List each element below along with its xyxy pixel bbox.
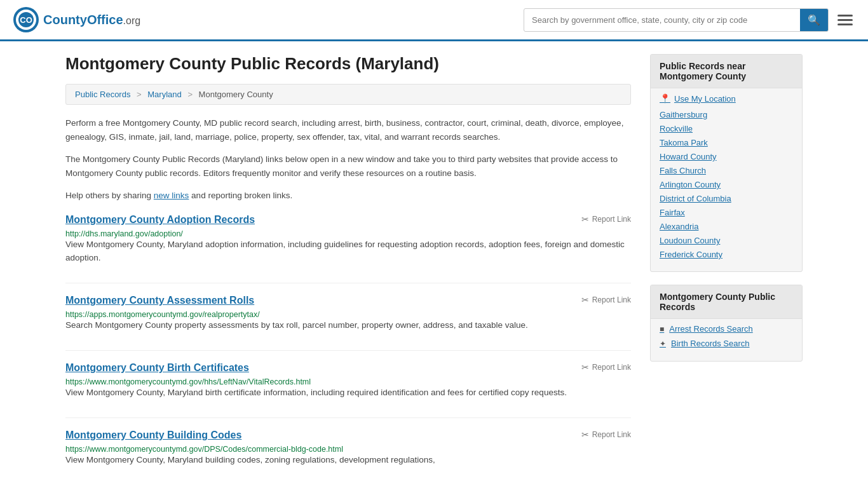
logo-text: CountyOffice.org [43, 13, 140, 27]
sidebar-record-link-1[interactable]: ✦Birth Records Search [660, 339, 793, 348]
records-section-header: Montgomery County Public Records [651, 285, 802, 319]
nearby-link-0[interactable]: Gaithersburg [660, 110, 793, 119]
sidebar-record-links: ■Arrest Records Search✦Birth Records Sea… [660, 324, 793, 348]
record-url-birth[interactable]: https://www.montgomerycountymd.gov/hhs/L… [65, 377, 311, 386]
report-link-icon-adoption: ✂ [581, 214, 589, 224]
description-2: The Montgomery County Public Records (Ma… [65, 152, 631, 180]
record-url-assessment[interactable]: https://apps.montgomerycountymd.gov/real… [65, 310, 260, 319]
report-link-label-assessment: Report Link [592, 295, 631, 304]
record-entry-building: Montgomery County Building Codes ✂ Repor… [65, 417, 631, 467]
report-link-birth[interactable]: ✂ Report Link [581, 362, 631, 372]
report-link-label-birth: Report Link [592, 363, 631, 372]
record-header-birth: Montgomery County Birth Certificates ✂ R… [65, 362, 631, 374]
record-desc-adoption: View Montgomery County, Maryland adoptio… [65, 238, 631, 265]
nearby-link-5[interactable]: Arlington County [660, 180, 793, 189]
breadcrumb-sep-1: > [137, 90, 142, 99]
description-3: Help others by sharing new links and rep… [65, 189, 631, 203]
report-link-adoption[interactable]: ✂ Report Link [581, 214, 631, 224]
record-title-assessment[interactable]: Montgomery County Assessment Rolls [65, 295, 254, 306]
nearby-link-7[interactable]: Fairfax [660, 208, 793, 217]
record-url-adoption[interactable]: http://dhs.maryland.gov/adoption/ [65, 229, 183, 238]
nearby-link-3[interactable]: Howard County [660, 152, 793, 161]
nearby-link-2[interactable]: Takoma Park [660, 138, 793, 147]
record-desc-assessment: Search Montgomery County property assess… [65, 319, 631, 332]
nearby-link-6[interactable]: District of Columbia [660, 194, 793, 203]
main-container: Montgomery County Public Records (Maryla… [53, 41, 815, 488]
report-link-icon-birth: ✂ [581, 362, 589, 372]
record-entry-adoption: Montgomery County Adoption Records ✂ Rep… [65, 214, 631, 265]
new-links-link[interactable]: new links [154, 191, 189, 200]
use-location-label: Use My Location [674, 94, 736, 104]
record-title-building[interactable]: Montgomery County Building Codes [65, 430, 241, 441]
breadcrumb-sep-2: > [187, 90, 193, 99]
sidebar-record-label-1: Birth Records Search [671, 339, 750, 348]
record-title-adoption[interactable]: Montgomery County Adoption Records [65, 214, 255, 226]
search-bar: 🔍 [524, 8, 829, 32]
description-3-suffix: and reporting broken links. [189, 191, 292, 200]
site-header: CO CountyOffice.org 🔍 [0, 0, 868, 41]
sidebar-record-link-0[interactable]: ■Arrest Records Search [660, 324, 793, 334]
nearby-section-body: 📍 Use My Location GaithersburgRockvilleT… [651, 88, 802, 271]
report-link-building[interactable]: ✂ Report Link [581, 430, 631, 440]
record-entry-assessment: Montgomery County Assessment Rolls ✂ Rep… [65, 283, 631, 332]
record-entries-section: Montgomery County Adoption Records ✂ Rep… [65, 214, 631, 467]
menu-button[interactable] [835, 12, 855, 28]
nearby-link-10[interactable]: Frederick County [660, 250, 793, 259]
nearby-section-header: Public Records near Montgomery County [651, 55, 802, 88]
report-link-icon-assessment: ✂ [581, 295, 589, 305]
description-1: Perform a free Montgomery County, MD pub… [65, 116, 631, 144]
nearby-link-4[interactable]: Falls Church [660, 166, 793, 175]
record-header-building: Montgomery County Building Codes ✂ Repor… [65, 430, 631, 441]
nearby-links: GaithersburgRockvilleTakoma ParkHoward C… [660, 110, 793, 259]
menu-bar-2 [837, 19, 853, 21]
menu-bar-1 [837, 15, 853, 17]
records-section-body: ■Arrest Records Search✦Birth Records Sea… [651, 319, 802, 361]
logo-icon: CO [13, 6, 39, 33]
page-title: Montgomery County Public Records (Maryla… [65, 54, 631, 74]
record-desc-building: View Montgomery County, Maryland buildin… [65, 454, 631, 467]
nearby-link-8[interactable]: Alexandria [660, 222, 793, 231]
report-link-label-adoption: Report Link [592, 215, 631, 224]
breadcrumb-current: Montgomery County [199, 90, 273, 99]
records-section: Montgomery County Public Records ■Arrest… [650, 285, 803, 362]
record-header-assessment: Montgomery County Assessment Rolls ✂ Rep… [65, 295, 631, 306]
sidebar-record-icon-0: ■ [660, 325, 664, 334]
report-link-label-building: Report Link [592, 430, 631, 439]
content-area: Montgomery County Public Records (Maryla… [65, 54, 631, 485]
sidebar: Public Records near Montgomery County 📍 … [650, 54, 803, 485]
nearby-link-1[interactable]: Rockville [660, 124, 793, 133]
breadcrumb: Public Records > Maryland > Montgomery C… [65, 84, 631, 105]
use-my-location-button[interactable]: 📍 Use My Location [660, 93, 736, 104]
menu-bar-3 [837, 24, 853, 25]
record-url-building[interactable]: https://www.montgomerycountymd.gov/DPS/C… [65, 445, 343, 454]
svg-text:CO: CO [20, 15, 32, 25]
record-title-birth[interactable]: Montgomery County Birth Certificates [65, 362, 249, 374]
record-header-adoption: Montgomery County Adoption Records ✂ Rep… [65, 214, 631, 226]
report-link-icon-building: ✂ [581, 430, 589, 440]
search-button[interactable]: 🔍 [800, 9, 828, 31]
record-entry-birth: Montgomery County Birth Certificates ✂ R… [65, 350, 631, 400]
sidebar-record-icon-1: ✦ [660, 339, 666, 348]
nearby-link-9[interactable]: Loudoun County [660, 236, 793, 245]
header-right: 🔍 [524, 8, 855, 32]
description-3-prefix: Help others by sharing [65, 191, 154, 200]
logo-area: CO CountyOffice.org [13, 6, 140, 33]
breadcrumb-link-public-records[interactable]: Public Records [75, 90, 130, 99]
report-link-assessment[interactable]: ✂ Report Link [581, 295, 631, 305]
pin-icon: 📍 [660, 93, 670, 104]
record-desc-birth: View Montgomery County, Maryland birth c… [65, 386, 631, 400]
breadcrumb-link-maryland[interactable]: Maryland [147, 90, 181, 99]
sidebar-record-label-0: Arrest Records Search [669, 324, 753, 334]
nearby-section: Public Records near Montgomery County 📍 … [650, 54, 803, 272]
search-input[interactable] [524, 10, 800, 30]
